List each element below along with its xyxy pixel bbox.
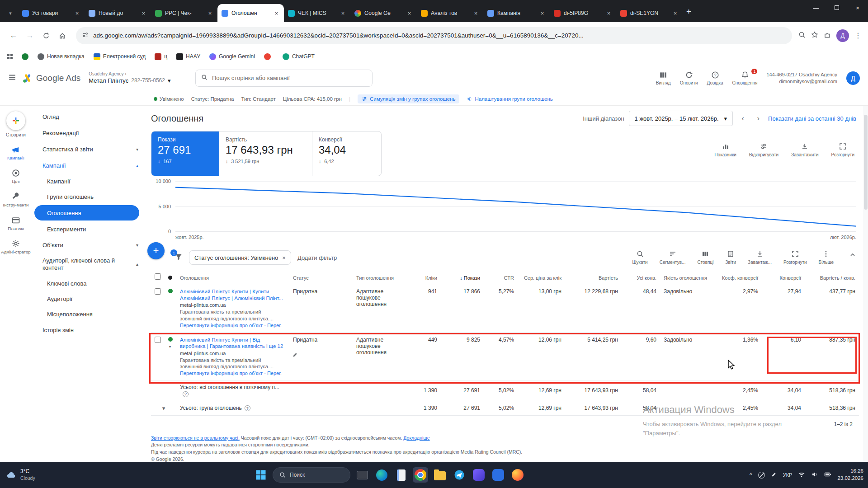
col-cost[interactable]: Вартість bbox=[565, 270, 622, 284]
browser-profile-avatar[interactable]: Д bbox=[836, 29, 849, 42]
row-checkbox[interactable] bbox=[155, 337, 161, 343]
expand-table-button[interactable]: Розгорнути bbox=[783, 250, 807, 265]
telegram-app[interactable] bbox=[452, 467, 467, 483]
bookmark-favicon[interactable] bbox=[22, 53, 28, 60]
media-app[interactable] bbox=[471, 467, 486, 483]
reload-icon[interactable] bbox=[39, 28, 53, 43]
rail-item-billing[interactable]: Платежі bbox=[1, 216, 31, 231]
bookmark-item[interactable] bbox=[264, 53, 274, 60]
next-range-button[interactable]: › bbox=[753, 113, 764, 124]
remove-filter-icon[interactable]: × bbox=[282, 254, 286, 261]
site-settings-icon[interactable] bbox=[82, 32, 89, 40]
bookmark-star-icon[interactable] bbox=[811, 31, 818, 40]
language-indicator[interactable]: УКР bbox=[783, 472, 793, 478]
edge-app[interactable] bbox=[374, 467, 389, 483]
help-circle-icon[interactable] bbox=[183, 391, 189, 397]
scorecard-conversions[interactable]: Конверсії 34,04 ↓-6,42 bbox=[312, 131, 381, 176]
col-conversions[interactable]: Конверсії bbox=[762, 270, 805, 284]
ad-title-link[interactable]: Алюмінієвий Плінтус Купити | Купити bbox=[180, 288, 286, 295]
ad-group-settings-button[interactable]: Налаштування групи оголошень bbox=[467, 96, 552, 102]
scorecard-cost[interactable]: Вартість 17 643,93 грн ↓-3 521,59 грн bbox=[219, 131, 312, 176]
col-all-conv[interactable]: Усі конв. bbox=[622, 270, 660, 284]
nav-locations[interactable]: Місцеположення bbox=[32, 306, 146, 322]
close-icon[interactable]: × bbox=[472, 10, 479, 17]
ad-view-assets-link[interactable]: Переглянути інформацію про об'єкт · Пере… bbox=[180, 371, 286, 376]
rail-item-admin[interactable]: Адміні-стратор bbox=[1, 239, 31, 255]
col-conv-rate[interactable]: Коеф. конверсії bbox=[717, 270, 762, 284]
browser-tab[interactable]: ЧЕК | MICS× bbox=[284, 4, 350, 22]
ad-title-link[interactable]: виробника | Гарантована наявність і ще 1… bbox=[180, 343, 286, 350]
address-bar[interactable] bbox=[76, 27, 792, 44]
nav-assets[interactable]: Об'єкти▾ bbox=[32, 237, 146, 253]
col-clicks[interactable]: Кліки bbox=[405, 270, 441, 284]
adjust-button[interactable]: Відкоригувати bbox=[749, 143, 778, 157]
nav-audiences[interactable]: Аудиторії bbox=[32, 291, 146, 306]
status-filter-chip[interactable]: Статус оголошення: Увімкнено × bbox=[189, 250, 291, 265]
browser-tab[interactable]: Новый до× bbox=[85, 4, 151, 22]
close-icon[interactable]: × bbox=[539, 10, 546, 17]
battery-icon[interactable] bbox=[824, 471, 831, 479]
refresh-button[interactable]: Оновити bbox=[680, 71, 698, 85]
download-chart-button[interactable]: Завантажити bbox=[791, 143, 818, 157]
code-app[interactable] bbox=[491, 467, 506, 483]
add-ad-fab[interactable]: + bbox=[147, 242, 165, 259]
explorer-app[interactable] bbox=[432, 467, 448, 483]
prev-range-button[interactable]: ‹ bbox=[737, 113, 748, 124]
nav-experiments[interactable]: Експерименти bbox=[32, 221, 146, 237]
home-icon[interactable] bbox=[55, 28, 70, 43]
page-scrollbar[interactable] bbox=[863, 106, 868, 462]
col-ctr[interactable]: CTR bbox=[484, 270, 518, 284]
nav-recommendations[interactable]: Рекомендації bbox=[32, 125, 146, 141]
scorecard-impressions[interactable]: Покази 27 691 ↓-167 bbox=[151, 131, 219, 176]
docs-app[interactable] bbox=[393, 467, 409, 483]
chrome-app-active[interactable] bbox=[413, 467, 428, 483]
col-ad-quality[interactable]: Якість оголошення bbox=[660, 270, 717, 284]
nav-audiences-section[interactable]: Аудиторії, ключові слова й контент▴ bbox=[32, 253, 146, 276]
close-window-button[interactable]: × bbox=[847, 0, 868, 15]
start-button[interactable] bbox=[253, 467, 269, 483]
ads-profile-avatar[interactable]: Д bbox=[846, 71, 860, 85]
enabled-dot-icon[interactable] bbox=[168, 289, 173, 293]
collapse-chart-button[interactable] bbox=[849, 251, 856, 260]
col-ad[interactable]: Оголошення bbox=[176, 270, 289, 284]
close-icon[interactable]: × bbox=[406, 10, 413, 17]
bookmark-item[interactable]: НААУ bbox=[176, 53, 200, 60]
enabled-dot-icon[interactable] bbox=[168, 337, 173, 342]
browser-menu-icon[interactable]: ⋮ bbox=[854, 31, 862, 40]
apps-grid-icon[interactable] bbox=[7, 54, 13, 59]
browser-tab-active[interactable]: Оголошен× bbox=[217, 4, 284, 22]
browser-tab[interactable]: di-5IP89G× bbox=[550, 4, 616, 22]
task-view-button[interactable] bbox=[354, 467, 370, 483]
ad-view-assets-link[interactable]: Переглянути інформацію про об'єкт · Пере… bbox=[180, 323, 286, 328]
reports-button[interactable]: Звіти bbox=[725, 250, 736, 265]
columns-button[interactable]: Стовпці bbox=[697, 250, 713, 265]
clock[interactable]: 16:26 23.02.2026 bbox=[837, 468, 863, 482]
bookmark-item[interactable]: ChatGPT bbox=[283, 53, 315, 60]
col-type[interactable]: Тип оголошення bbox=[353, 270, 405, 284]
help-button[interactable]: Довідка bbox=[707, 71, 723, 85]
edit-pencil-icon[interactable] bbox=[292, 352, 298, 359]
ad-title-link[interactable]: Алюмінієвий Плінтус | Алюмінієвий Плінт.… bbox=[180, 295, 286, 302]
google-ads-logo[interactable]: Google Ads bbox=[23, 73, 80, 83]
bookmark-item[interactable]: Новая вкладка bbox=[38, 53, 85, 60]
filter-funnel-button[interactable]: 1 bbox=[175, 253, 183, 263]
segment-button[interactable]: Сегментув... bbox=[660, 250, 686, 265]
bookmark-item[interactable]: Електронний суд bbox=[94, 53, 146, 60]
minimize-button[interactable]: — bbox=[806, 0, 826, 15]
add-filter-button[interactable]: Додати фільтр bbox=[297, 254, 337, 261]
simulate-changes-button[interactable]: Симуляція змін у групах оголошень bbox=[358, 94, 459, 103]
rail-item-tools[interactable]: Інстру-менти bbox=[1, 192, 31, 208]
nav-insights[interactable]: Статистика й звіти▾ bbox=[32, 141, 146, 157]
col-impressions-sorted[interactable]: ↓ Покази bbox=[441, 270, 484, 284]
rail-item-campaigns[interactable]: Кампанії bbox=[1, 145, 31, 161]
nav-campaigns[interactable]: Кампанії bbox=[32, 174, 146, 189]
col-cost-per-conv[interactable]: Вартість / конв. bbox=[805, 270, 859, 284]
do-not-disturb-icon[interactable] bbox=[758, 472, 765, 479]
maximize-button[interactable] bbox=[826, 0, 847, 15]
ad-title-link[interactable]: Алюмінієвий Плінтус Купити | Від bbox=[180, 337, 286, 343]
browser-tab[interactable]: Кампанія× bbox=[483, 4, 550, 22]
nav-ads-selected[interactable]: Оголошення bbox=[34, 205, 139, 221]
download-table-button[interactable]: Завантаж... bbox=[748, 250, 772, 265]
browser-tab[interactable]: Аналіз тов× bbox=[417, 4, 483, 22]
hamburger-menu-icon[interactable] bbox=[8, 73, 16, 83]
